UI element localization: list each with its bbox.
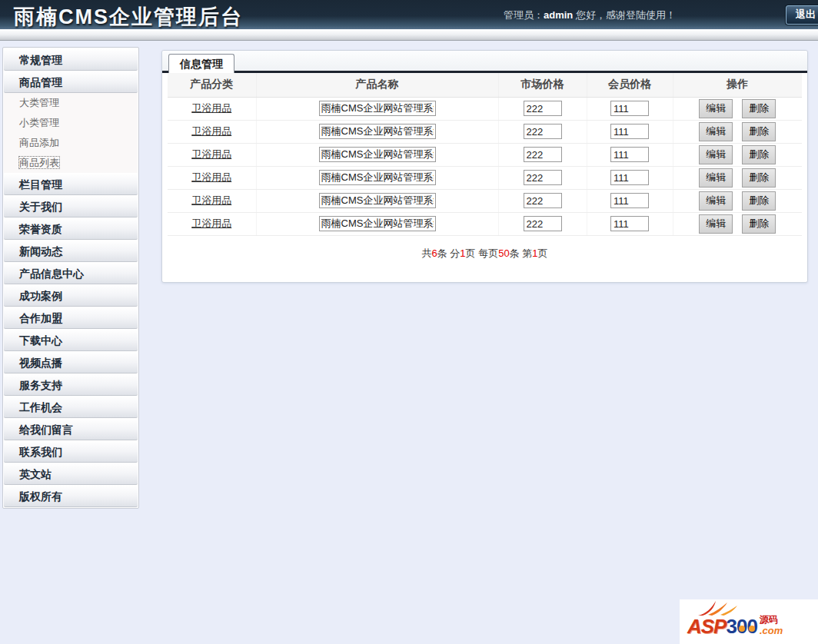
sidebar-item-关于我们[interactable]: 关于我们 bbox=[4, 195, 138, 217]
tab-info-management[interactable]: 信息管理 bbox=[168, 54, 234, 73]
member-price-input[interactable] bbox=[610, 124, 649, 139]
pagination-segment: 条 分 bbox=[437, 247, 461, 259]
sidebar-item-label: 英文站 bbox=[19, 468, 52, 480]
sidebar-item-小类管理[interactable]: 小类管理 bbox=[4, 113, 138, 133]
sidebar-item-大类管理[interactable]: 大类管理 bbox=[4, 93, 138, 113]
member-price-input[interactable] bbox=[610, 147, 649, 162]
sidebar-item-label: 服务支持 bbox=[19, 379, 62, 391]
sidebar-item-视频点播[interactable]: 视频点播 bbox=[4, 351, 138, 373]
member-price-input[interactable] bbox=[610, 170, 649, 185]
member-price-input[interactable] bbox=[610, 193, 649, 208]
table-row: 卫浴用品 编辑删除 bbox=[168, 212, 802, 235]
product-name-input[interactable] bbox=[319, 216, 436, 231]
sidebar-item-新闻动态[interactable]: 新闻动态 bbox=[4, 240, 138, 262]
sidebar-item-label: 成功案例 bbox=[19, 290, 62, 302]
pagination-segment: 共 bbox=[421, 247, 431, 259]
pagination-segment: 1 bbox=[532, 247, 537, 259]
delete-button[interactable]: 删除 bbox=[742, 191, 776, 211]
market-price-input[interactable] bbox=[524, 193, 562, 208]
sidebar-item-栏目管理[interactable]: 栏目管理 bbox=[4, 173, 138, 195]
sidebar-item-label: 下载中心 bbox=[19, 334, 62, 347]
column-header-category: 产品分类 bbox=[168, 73, 256, 97]
edit-button[interactable]: 编辑 bbox=[699, 168, 733, 188]
sidebar-item-产品信息中心[interactable]: 产品信息中心 bbox=[4, 262, 138, 284]
sidebar-item-label: 工作机会 bbox=[19, 401, 62, 413]
product-table: 产品分类 产品名称 市场价格 会员价格 操作 卫浴用品 编辑删除 卫浴用品 编辑… bbox=[168, 73, 802, 236]
sidebar-item-下载中心[interactable]: 下载中心 bbox=[4, 329, 138, 351]
product-name-input[interactable] bbox=[319, 170, 436, 185]
logo-text: ASP300源码.com bbox=[687, 615, 783, 639]
column-header-operation: 操作 bbox=[673, 73, 802, 97]
edit-button[interactable]: 编辑 bbox=[699, 122, 733, 141]
app-title: 雨楠CMS企业管理后台 bbox=[14, 3, 243, 31]
sidebar-item-label: 关于我们 bbox=[19, 201, 62, 213]
page: 雨楠CMS企业管理后台 管理员：admin 您好，感谢登陆使用！ 退出 常规管理… bbox=[0, 0, 818, 644]
logout-button[interactable]: 退出 bbox=[786, 5, 818, 25]
category-link[interactable]: 卫浴用品 bbox=[191, 171, 231, 183]
delete-button[interactable]: 删除 bbox=[742, 168, 776, 188]
sidebar-item-商品列表[interactable]: 商品列表 bbox=[4, 153, 138, 173]
admin-info-prefix: 管理员： bbox=[504, 9, 544, 21]
market-price-input[interactable] bbox=[524, 124, 562, 139]
edit-button[interactable]: 编辑 bbox=[699, 145, 733, 164]
sidebar-item-label: 版权所有 bbox=[19, 490, 62, 503]
sidebar-item-商品添加[interactable]: 商品添加 bbox=[4, 133, 138, 153]
category-link[interactable]: 卫浴用品 bbox=[191, 148, 231, 160]
column-header-product-name: 产品名称 bbox=[256, 73, 498, 97]
edit-button[interactable]: 编辑 bbox=[699, 99, 733, 118]
sidebar-item-label: 给我们留言 bbox=[19, 423, 73, 436]
delete-button[interactable]: 删除 bbox=[742, 122, 776, 141]
sidebar-item-给我们留言[interactable]: 给我们留言 bbox=[4, 418, 138, 440]
sidebar-item-英文站[interactable]: 英文站 bbox=[4, 463, 138, 485]
sidebar-item-工作机会[interactable]: 工作机会 bbox=[4, 396, 138, 418]
category-link[interactable]: 卫浴用品 bbox=[191, 125, 231, 137]
pagination-segment: 6 bbox=[431, 247, 437, 259]
logo-asp-text: ASP bbox=[687, 615, 726, 638]
sidebar-item-label: 商品列表 bbox=[19, 157, 59, 168]
sidebar-item-联系我们[interactable]: 联系我们 bbox=[4, 440, 138, 463]
product-name-input[interactable] bbox=[319, 124, 436, 139]
delete-button[interactable]: 删除 bbox=[742, 145, 776, 164]
category-link[interactable]: 卫浴用品 bbox=[191, 102, 231, 114]
product-name-input[interactable] bbox=[319, 147, 436, 162]
edit-button[interactable]: 编辑 bbox=[699, 191, 733, 211]
table-row: 卫浴用品 编辑删除 bbox=[168, 120, 802, 143]
sidebar-item-服务支持[interactable]: 服务支持 bbox=[4, 373, 138, 396]
sidebar-item-常规管理[interactable]: 常规管理 bbox=[4, 48, 138, 71]
logo-com-text: .com bbox=[760, 626, 783, 636]
sidebar-item-成功案例[interactable]: 成功案例 bbox=[4, 284, 138, 307]
pagination-segment: 页 每页 bbox=[466, 247, 499, 259]
table-row: 卫浴用品 编辑删除 bbox=[168, 166, 802, 189]
table-row: 卫浴用品 编辑删除 bbox=[168, 143, 802, 166]
table-row: 卫浴用品 编辑删除 bbox=[168, 97, 802, 120]
category-link[interactable]: 卫浴用品 bbox=[191, 194, 231, 206]
admin-info-suffix: 您好，感谢登陆使用！ bbox=[573, 9, 676, 21]
sidebar-item-商品管理[interactable]: 商品管理 bbox=[4, 71, 138, 93]
delete-button[interactable]: 删除 bbox=[742, 214, 776, 234]
sidebar-item-label: 荣誉资质 bbox=[19, 223, 62, 235]
sidebar: 常规管理商品管理大类管理小类管理商品添加商品列表栏目管理关于我们荣誉资质新闻动态… bbox=[2, 47, 139, 509]
member-price-input[interactable] bbox=[610, 101, 649, 116]
sidebar-item-合作加盟[interactable]: 合作加盟 bbox=[4, 307, 138, 329]
asp300-logo: ASP300源码.com bbox=[680, 599, 818, 644]
edit-button[interactable]: 编辑 bbox=[699, 214, 733, 234]
member-price-input[interactable] bbox=[610, 216, 649, 231]
sidebar-item-label: 商品添加 bbox=[19, 137, 59, 148]
market-price-input[interactable] bbox=[524, 147, 562, 162]
product-name-input[interactable] bbox=[319, 101, 436, 116]
category-link[interactable]: 卫浴用品 bbox=[191, 217, 231, 229]
sidebar-item-荣誉资质[interactable]: 荣誉资质 bbox=[4, 217, 138, 240]
column-header-member-price: 会员价格 bbox=[587, 73, 673, 97]
sidebar-item-label: 商品管理 bbox=[19, 76, 62, 88]
sidebar-item-label: 合作加盟 bbox=[19, 312, 62, 324]
sidebar-item-版权所有[interactable]: 版权所有 bbox=[4, 485, 138, 507]
product-name-input[interactable] bbox=[319, 193, 436, 208]
sidebar-item-label: 产品信息中心 bbox=[19, 267, 84, 280]
pagination: 共6条 分1页 每页50条 第1页 bbox=[162, 247, 807, 261]
pagination-segment: 50 bbox=[498, 247, 509, 259]
market-price-input[interactable] bbox=[524, 101, 562, 116]
sidebar-item-label: 新闻动态 bbox=[19, 245, 62, 257]
market-price-input[interactable] bbox=[524, 170, 562, 185]
market-price-input[interactable] bbox=[524, 216, 562, 231]
delete-button[interactable]: 删除 bbox=[742, 99, 776, 118]
